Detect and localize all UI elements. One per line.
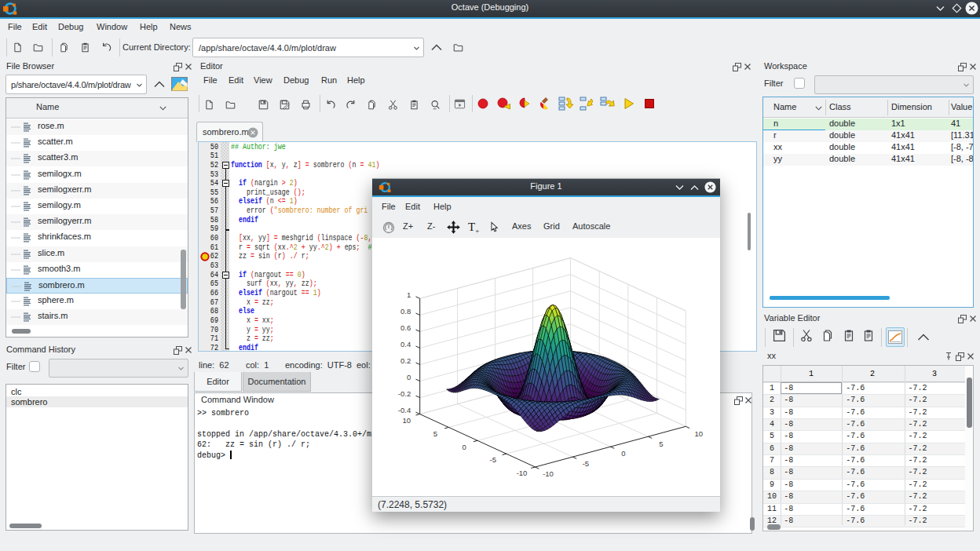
svg-text:-10: -10 — [543, 469, 554, 478]
svg-text:0: 0 — [462, 443, 466, 451]
svg-text:0.8: 0.8 — [400, 307, 411, 316]
svg-text:-10: -10 — [517, 469, 528, 477]
svg-text:0: 0 — [621, 449, 625, 458]
svg-text:10: 10 — [402, 416, 411, 425]
svg-text:0: 0 — [407, 373, 411, 381]
svg-text:0.6: 0.6 — [400, 323, 411, 332]
svg-text:1: 1 — [407, 290, 411, 299]
svg-text:-0.2: -0.2 — [398, 389, 411, 398]
svg-text:10: 10 — [695, 429, 704, 438]
svg-text:5: 5 — [433, 429, 437, 438]
svg-text:5: 5 — [659, 440, 663, 448]
svg-text:0.4: 0.4 — [400, 340, 411, 348]
svg-text:-0.4: -0.4 — [398, 406, 411, 414]
svg-text:-5: -5 — [490, 455, 496, 464]
svg-text:0.2: 0.2 — [400, 356, 411, 365]
svg-text:-5: -5 — [583, 459, 589, 468]
